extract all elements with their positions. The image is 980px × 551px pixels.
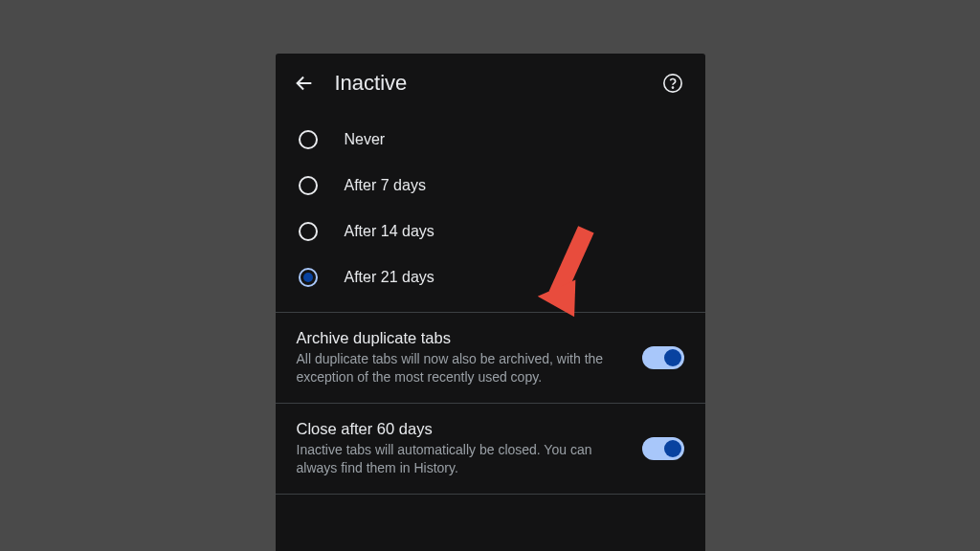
- radio-option-21days[interactable]: After 21 days: [276, 254, 705, 300]
- setting-description: Inactive tabs will automatically be clos…: [297, 441, 627, 477]
- radio-option-never[interactable]: Never: [276, 117, 705, 163]
- setting-archive-duplicate-tabs[interactable]: Archive duplicate tabs All duplicate tab…: [276, 313, 705, 403]
- radio-icon-selected: [299, 268, 318, 287]
- toggle-archive-duplicate[interactable]: [642, 346, 684, 369]
- setting-text: Archive duplicate tabs All duplicate tab…: [297, 329, 627, 386]
- setting-title: Close after 60 days: [297, 420, 627, 438]
- radio-label: After 14 days: [345, 223, 434, 240]
- setting-title: Archive duplicate tabs: [297, 329, 627, 347]
- header: Inactive: [276, 54, 705, 111]
- divider: [276, 494, 705, 495]
- settings-panel: Inactive Never After 7 days After 14 day…: [276, 54, 705, 551]
- radio-group-inactive-duration: Never After 7 days After 14 days After 2…: [276, 111, 705, 312]
- radio-label: After 21 days: [345, 269, 434, 286]
- setting-text: Close after 60 days Inactive tabs will a…: [297, 420, 627, 477]
- radio-label: After 7 days: [345, 177, 426, 194]
- radio-option-14days[interactable]: After 14 days: [276, 209, 705, 254]
- radio-icon: [299, 222, 318, 241]
- radio-icon: [299, 130, 318, 149]
- toggle-close-after-60[interactable]: [642, 437, 684, 460]
- radio-option-7days[interactable]: After 7 days: [276, 163, 705, 209]
- help-button[interactable]: [661, 72, 684, 95]
- back-arrow-icon: [294, 73, 315, 94]
- svg-point-2: [672, 87, 673, 88]
- back-button[interactable]: [293, 72, 316, 95]
- svg-point-1: [663, 75, 680, 92]
- radio-icon: [299, 176, 318, 195]
- setting-close-after-60-days[interactable]: Close after 60 days Inactive tabs will a…: [276, 404, 705, 494]
- page-title: Inactive: [335, 71, 661, 96]
- radio-label: Never: [345, 131, 386, 148]
- setting-description: All duplicate tabs will now also be arch…: [297, 350, 627, 386]
- help-icon: [662, 73, 683, 94]
